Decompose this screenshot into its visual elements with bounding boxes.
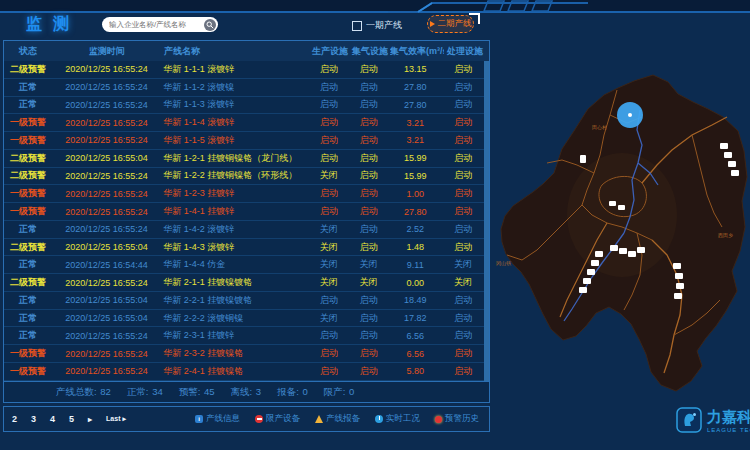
cell-time: 2020/12/25 16:55:24 [52,366,162,376]
table-row[interactable]: 二级预警2020/12/25 16:55:24华新 1-1-1 滚镀锌启动启动1… [4,61,484,79]
cell-treatment: 启动 [442,205,484,218]
cell-name: 华新 2-3-1 挂镀锌 [161,329,308,342]
page-button[interactable]: 5 [69,414,74,424]
phase2-label: 二期产线 [438,18,472,30]
table-row[interactable]: 正常2020/12/25 16:55:24华新 1-4-2 滚镀锌关闭启动2.5… [4,221,484,239]
cell-treatment: 启动 [442,98,484,111]
logo-name-cn: 力嘉科技 [707,408,750,427]
cell-name: 华新 2-3-2 挂镀镍铬 [161,347,308,360]
cell-treatment: 启动 [442,116,484,129]
table-row[interactable]: 一级预警2020/12/25 16:55:24华新 1-2-3 挂镀锌启动启动1… [4,185,484,203]
cell-production: 启动 [309,63,349,76]
phase2-button[interactable]: 二期产线 [427,15,474,33]
cell-efficiency: 27.80 [388,82,442,92]
league-logo: 力嘉科技 LEAGUE TECH [676,407,750,433]
limit-equipment-button[interactable]: 限产设备 [255,413,300,425]
table-row[interactable]: 一级预警2020/12/25 16:55:24华新 2-4-1 挂镀镍铬启动启动… [4,363,484,381]
table-row[interactable]: 二级预警2020/12/25 16:55:04华新 1-2-1 挂镀铜镍铬（龙门… [4,150,484,168]
cell-status: 正常 [4,294,52,307]
cell-status: 一级预警 [4,347,52,360]
scrollbar-thumb[interactable] [484,61,489,381]
table-scrollbar[interactable] [484,61,489,381]
page-button[interactable]: 2 [12,414,17,424]
cell-time: 2020/12/25 16:55:24 [52,100,162,110]
cell-status: 正常 [4,98,52,111]
next-page-button[interactable]: ▸ [88,415,92,424]
line-info-button[interactable]: 产线信息 [195,413,240,425]
district-map[interactable]: 田心村 冈山镇 西田乡 [492,55,750,400]
table-row[interactable]: 正常2020/12/25 16:55:24华新 2-3-1 挂镀锌启动启动6.5… [4,327,484,345]
logo-icon [676,407,702,433]
cell-treatment: 启动 [442,63,484,76]
cell-gas: 关闭 [349,276,389,289]
cell-name: 华新 1-4-2 滚镀锌 [161,223,308,236]
legend-label: 产线报备 [326,413,360,425]
svg-text:田心村: 田心村 [592,124,607,131]
cell-time: 2020/12/25 16:55:04 [52,153,162,163]
table-row[interactable]: 二级预警2020/12/25 16:55:04华新 1-4-3 滚镀锌关闭启动1… [4,239,484,257]
cell-status: 二级预警 [4,276,52,289]
cell-name: 华新 1-4-4 仿金 [161,258,308,271]
cell-time: 2020/12/25 16:55:04 [52,313,162,323]
table-row[interactable]: 一级预警2020/12/25 16:55:24华新 1-1-5 滚镀锌启动启动3… [4,132,484,150]
search-icon[interactable] [204,19,216,31]
cell-gas: 启动 [349,312,389,325]
table-row[interactable]: 正常2020/12/25 16:54:44华新 1-4-4 仿金关闭关闭9.11… [4,256,484,274]
cell-efficiency: 1.00 [388,189,442,199]
table-row[interactable]: 一级预警2020/12/25 16:55:24华新 1-1-4 滚镀锌启动启动3… [4,114,484,132]
column-header: 集气设施 [350,45,390,58]
cell-efficiency: 9.11 [388,260,442,270]
page-title: 监测 [26,14,80,35]
cell-name: 华新 1-1-5 滚镀锌 [161,134,308,147]
history-dot-icon [435,416,442,423]
cell-gas: 启动 [349,134,389,147]
cell-gas: 启动 [349,169,389,182]
column-header: 集气效率(m³/s) [390,45,444,58]
search-box[interactable] [102,17,218,32]
limit-circle-icon [255,415,263,423]
live-gauge-icon [375,415,383,423]
table-row[interactable]: 二级预警2020/12/25 16:55:24华新 2-1-1 挂镀镍镀铬关闭关… [4,274,484,292]
cell-time: 2020/12/25 16:55:04 [52,295,162,305]
report-triangle-icon [315,415,323,423]
cell-name: 华新 1-1-2 滚镀镍 [161,81,308,94]
cell-production: 启动 [309,152,349,165]
search-input[interactable] [102,19,203,30]
checkbox-icon[interactable] [352,21,362,31]
line-report-button[interactable]: 产线报备 [315,413,360,425]
cell-gas: 启动 [349,187,389,200]
table-row[interactable]: 正常2020/12/25 16:55:24华新 1-1-2 滚镀镍启动启动27.… [4,79,484,97]
alert-history-button[interactable]: 预警历史 [435,413,479,425]
page-button[interactable]: 3 [31,414,36,424]
phase1-checkbox[interactable]: 一期产线 [352,19,402,32]
table-row[interactable]: 正常2020/12/25 16:55:24华新 1-1-3 滚镀锌启动启动27.… [4,97,484,115]
cell-gas: 启动 [349,98,389,111]
table-row[interactable]: 正常2020/12/25 16:55:04华新 2-2-1 挂镀镍镀铬启动启动1… [4,292,484,310]
cell-name: 华新 1-4-1 挂镀锌 [161,205,308,218]
cell-status: 正常 [4,223,52,236]
cell-status: 正常 [4,329,52,342]
table-row[interactable]: 一级预警2020/12/25 16:55:24华新 2-3-2 挂镀镍铬启动启动… [4,345,484,363]
legend-label: 预警历史 [445,413,479,425]
cell-time: 2020/12/25 16:55:24 [52,278,162,288]
cell-time: 2020/12/25 16:55:24 [52,135,162,145]
column-header: 生产设施 [310,45,350,58]
cell-status: 一级预警 [4,187,52,200]
cell-production: 启动 [309,329,349,342]
table-row[interactable]: 一级预警2020/12/25 16:55:24华新 1-4-1 挂镀锌启动启动2… [4,203,484,221]
cell-efficiency: 13.15 [388,64,442,74]
cell-time: 2020/12/25 16:55:24 [52,64,162,74]
map-alert-dot [628,113,632,117]
cell-treatment: 启动 [442,329,484,342]
column-header: 状态 [4,45,52,58]
realtime-condition-button[interactable]: 实时工况 [375,413,420,425]
table-row[interactable]: 正常2020/12/25 16:55:04华新 2-2-2 滚镀铜镍关闭启动17… [4,310,484,328]
cell-treatment: 关闭 [442,258,484,271]
page-button[interactable]: 4 [50,414,55,424]
cell-production: 关闭 [309,223,349,236]
cell-status: 正常 [4,258,52,271]
table-row[interactable]: 二级预警2020/12/25 16:55:24华新 1-2-2 挂镀铜镍铬（环形… [4,168,484,186]
last-page-button[interactable]: Last ▸ [106,415,126,423]
cell-production: 启动 [309,81,349,94]
summary-item: 报备0 [277,386,308,399]
